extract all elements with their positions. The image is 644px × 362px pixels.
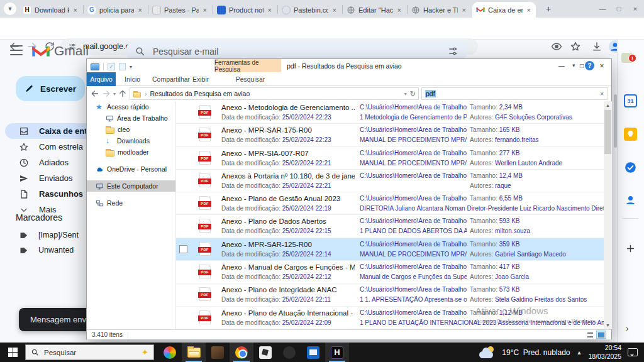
nav-back-icon[interactable] — [91, 89, 99, 98]
file-row[interactable]: Anexo - MPR-SIA-007-R07Data de modificaç… — [176, 147, 604, 170]
taskbar-app-roblox[interactable] — [253, 343, 277, 362]
browser-tab-8[interactable]: Caixa de entr× — [472, 2, 536, 18]
explorer-nav-este-computador[interactable]: Este Computador — [87, 180, 175, 192]
browser-tab-4[interactable]: Product not× — [213, 2, 277, 18]
taskbar-app-hacker-h[interactable]: H — [325, 343, 349, 362]
tray-overflow-chevron[interactable]: ▲ — [577, 349, 582, 356]
taskbar-app-app-dark[interactable] — [277, 343, 301, 362]
taskbar-search[interactable]: Pesquisar ✦ — [25, 344, 154, 360]
gmail-menu-icon[interactable] — [10, 45, 23, 55]
taskbar-clock[interactable]: 20:5418/03/2025 — [588, 344, 621, 360]
tab-search-button[interactable]: ▼ — [4, 3, 16, 15]
explorer-search-box[interactable]: pdf × — [421, 87, 608, 100]
contacts-icon[interactable] — [624, 194, 637, 207]
qat-newfolder-icon[interactable] — [119, 63, 126, 70]
tab-close-icon[interactable]: × — [461, 6, 467, 14]
explorer-address-bar: ▾ › Resultados da Pesquisa em aviao ▾ ↻ … — [87, 86, 611, 101]
browser-tab-7[interactable]: Hacker e TI× — [408, 2, 471, 18]
chrome-icon — [235, 346, 248, 359]
file-row[interactable]: Anexo - Plano de Dados AbertosData de mo… — [176, 215, 604, 238]
calendar-icon[interactable]: 31 — [624, 94, 637, 107]
sidebar-item-label: Adiados — [39, 158, 69, 167]
taskbar-app-file-explorer[interactable] — [182, 343, 206, 362]
preview-eye-icon[interactable] — [551, 41, 562, 52]
browser-tab-1[interactable]: HDownload H× — [19, 2, 82, 18]
taskbar-app-chrome[interactable] — [230, 343, 253, 362]
file-path: C:\Usuários\Homero\Área de Trabalho... — [360, 126, 467, 133]
nav-forward-icon[interactable] — [102, 89, 111, 98]
ribbon-expand-chevron[interactable]: ▾ — [572, 62, 575, 69]
explorer-nav-acesso-r-pido[interactable]: ★Acesso rápido — [87, 101, 175, 112]
bookmark-star-icon[interactable] — [570, 41, 581, 52]
explorer-nav--rea-de-trabalho[interactable]: Área de Trabalho — [87, 112, 175, 124]
window-restore-button[interactable]: □ — [611, 0, 626, 18]
explorer-nav-cleo[interactable]: cleo — [87, 124, 175, 135]
tab-close-icon[interactable]: × — [526, 6, 532, 14]
explorer-close-button[interactable]: × — [592, 59, 611, 72]
file-row[interactable]: Anexo - Plano de Gestão Anual 2023Data d… — [176, 192, 604, 215]
address-dropdown-chevron[interactable]: ▾ — [404, 91, 407, 97]
taskbar-app-media-player[interactable] — [301, 343, 325, 362]
ribbon-tab-home[interactable]: Início — [119, 72, 145, 86]
keep-icon[interactable] — [624, 128, 637, 141]
search-icon[interactable] — [135, 46, 145, 57]
ribbon-tab-search[interactable]: Pesquisar — [221, 72, 279, 86]
scrollbar-thumb[interactable] — [604, 110, 611, 154]
notification-center-icon[interactable] — [628, 348, 638, 356]
explorer-nav-onedrive-personal[interactable]: OneDrive - Personal — [87, 163, 175, 175]
tab-close-icon[interactable]: × — [267, 6, 273, 14]
file-list-scrollbar[interactable]: ▲ ▼ — [604, 101, 612, 329]
file-row[interactable]: Anexo - Plano de Integridade ANACData de… — [176, 283, 604, 306]
refresh-icon[interactable]: ↻ — [410, 90, 416, 98]
file-row[interactable]: Anexos à Portaria nº 10.180, de 3 de jan… — [176, 170, 604, 192]
tab-close-icon[interactable]: × — [331, 6, 338, 14]
new-tab-button[interactable]: + — [542, 3, 555, 15]
nav-up-icon[interactable] — [118, 89, 127, 98]
weather-icon[interactable] — [479, 347, 496, 358]
tasks-icon[interactable] — [624, 161, 637, 174]
alert-extension-icon[interactable]: ! — [621, 53, 633, 65]
breadcrumb[interactable]: › Resultados da Pesquisa em aviao ▾ ↻ — [130, 87, 419, 100]
recent-locations-chevron[interactable]: ▾ — [113, 91, 116, 97]
qat-customize-icon[interactable]: ▾ — [130, 64, 132, 70]
clear-search-icon[interactable]: × — [600, 90, 604, 97]
scroll-down-icon[interactable]: ▼ — [604, 321, 612, 329]
file-row[interactable]: Anexo - MPR-SAR-125-R00Data de modificaç… — [176, 238, 604, 261]
add-panel-icon[interactable] — [624, 242, 637, 255]
file-authors: Autores: Joao Garcia — [470, 273, 529, 280]
tab-close-icon[interactable]: × — [137, 6, 143, 14]
explorer-nav-modloader[interactable]: modloader — [87, 146, 175, 158]
taskbar-app-copilot[interactable] — [158, 343, 182, 362]
taskbar-app-game[interactable] — [206, 343, 230, 362]
download-icon[interactable] — [591, 41, 602, 52]
tab-close-icon[interactable]: × — [72, 6, 79, 14]
window-minimize-button[interactable]: — — [595, 0, 610, 18]
view-thumbnail-icon[interactable] — [596, 331, 606, 339]
weather-text[interactable]: 19°C Pred. nublado — [502, 348, 570, 357]
row-checkbox[interactable] — [179, 245, 187, 253]
scroll-up-icon[interactable]: ▲ — [604, 101, 612, 109]
window-close-button[interactable]: × — [628, 0, 643, 18]
qat-properties-icon[interactable]: ✓ — [108, 63, 115, 70]
ribbon-tab-file[interactable]: Arquivo — [87, 72, 116, 86]
file-row[interactable]: Anexo - Manual de Cargos e Funções - M..… — [176, 261, 604, 283]
browser-tab-5[interactable]: Pastebin.co× — [278, 2, 341, 18]
compose-button[interactable]: Escrever — [16, 76, 85, 101]
file-row[interactable]: Anexo - MPR-SAR-175-R00Data de modificaç… — [176, 124, 604, 146]
ribbon-tab-view[interactable]: Exibir — [187, 72, 214, 86]
explorer-nav-downloads[interactable]: ↓Downloads — [87, 135, 175, 146]
start-button[interactable] — [0, 343, 25, 362]
browser-tab-2[interactable]: Gpolicia paran× — [84, 2, 147, 18]
help-icon[interactable]: ? — [585, 61, 594, 70]
tab-close-icon[interactable]: × — [396, 6, 402, 14]
search-filter-icon[interactable] — [448, 46, 458, 57]
browser-tab-3[interactable]: Pastes - Past× — [148, 2, 212, 18]
hide-panel-chevron[interactable]: › — [626, 324, 628, 333]
file-row[interactable]: Anexo - Plano de Atuação Internacional -… — [176, 307, 604, 329]
tab-close-icon[interactable]: × — [202, 6, 208, 14]
browser-tab-6[interactable]: Editar "Hack× — [343, 2, 406, 18]
file-row[interactable]: Anexo - Metodologia de Gerenciamento ...… — [176, 101, 604, 124]
explorer-minimize-button[interactable]: — — [552, 59, 571, 72]
explorer-nav-rede[interactable]: Rede — [87, 197, 175, 209]
view-list-icon[interactable] — [585, 331, 595, 339]
